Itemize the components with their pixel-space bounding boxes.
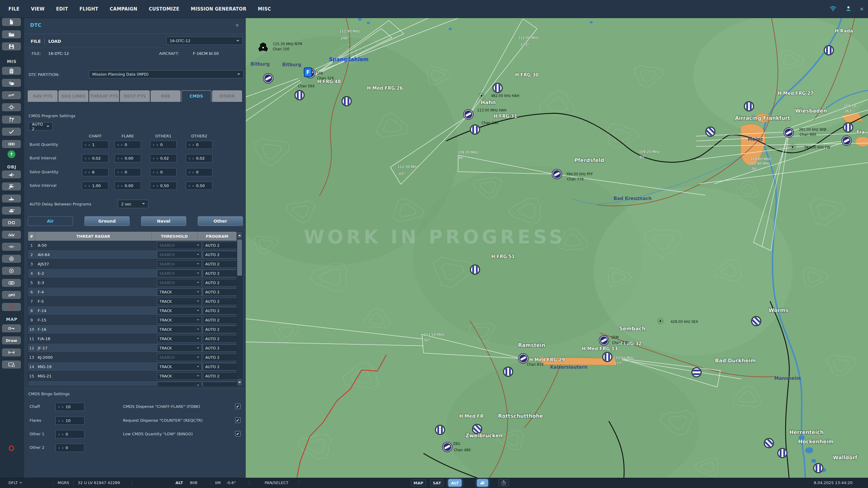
- program-dropdown[interactable]: AUTO 2: [203, 270, 241, 277]
- profile-dropdown[interactable]: DFLT: [8, 481, 22, 485]
- helicopter-unit-symbol[interactable]: [706, 127, 715, 137]
- program-dropdown[interactable]: AUTO 2: [203, 326, 241, 333]
- bridge-button[interactable]: [2, 231, 21, 238]
- menu-campaign[interactable]: CAMPAIGN: [110, 6, 137, 12]
- step-left-icon[interactable]: ‹: [117, 170, 119, 174]
- program-dropdown[interactable]: AUTO 2: [203, 298, 241, 305]
- weather-cloud-button[interactable]: [2, 79, 21, 87]
- step-right-icon[interactable]: ›: [62, 419, 63, 423]
- tab-dest-pts[interactable]: DEST PTS: [120, 90, 150, 102]
- tab-other[interactable]: OTHER: [212, 90, 242, 102]
- menu-edit[interactable]: EDIT: [56, 6, 68, 12]
- program-dropdown[interactable]: AUTO 2: [203, 251, 241, 258]
- menu-customize[interactable]: CUSTOMIZE: [149, 6, 179, 12]
- dtc-menu-file[interactable]: FILE: [31, 39, 41, 44]
- step-left-icon[interactable]: ‹: [85, 143, 86, 147]
- helicopter-unit-symbol[interactable]: [470, 265, 480, 274]
- table-row[interactable]: 1A-50SEARCHAUTO 2: [28, 241, 242, 250]
- cmds-program-selector[interactable]: AUTO 2: [29, 122, 53, 130]
- table-row[interactable]: 3AJS37SEARCHAUTO 2: [28, 259, 242, 269]
- step-left-icon[interactable]: ‹: [153, 170, 154, 174]
- step-left-icon[interactable]: ‹: [117, 143, 119, 147]
- threshold-dropdown[interactable]: SEARCH: [157, 354, 202, 361]
- step-right-icon[interactable]: ›: [192, 170, 194, 174]
- dtc-close-icon[interactable]: ✕: [234, 22, 241, 29]
- stepper-salvo-interval-3[interactable]: ‹›0.50: [186, 182, 213, 190]
- threshold-dropdown[interactable]: TRACK: [157, 372, 202, 380]
- table-row[interactable]: 2AH-64SEARCHAUTO 2: [28, 250, 242, 259]
- program-dropdown[interactable]: AUTO 2: [203, 354, 241, 361]
- threshold-dropdown[interactable]: SEARCH: [157, 279, 202, 287]
- triple-circle-button[interactable]: [2, 279, 21, 287]
- table-row[interactable]: [28, 381, 242, 386]
- helicopter-unit-symbol[interactable]: [493, 84, 502, 93]
- airfield-symbol[interactable]: [518, 354, 528, 363]
- threshold-dropdown[interactable]: TRACK: [157, 288, 202, 296]
- dtc-partition-dropdown[interactable]: Mission Planning Data (MPD): [89, 70, 244, 78]
- bingo-stepper-chaff[interactable]: ‹›10: [56, 403, 84, 411]
- step-left-icon[interactable]: ‹: [189, 184, 190, 188]
- up-arrow-button[interactable]: [2, 150, 21, 158]
- table-row[interactable]: 10F-16TRACKAUTO 2: [28, 325, 242, 334]
- tank-button[interactable]: [2, 207, 21, 215]
- step-left-icon[interactable]: ‹: [58, 432, 60, 436]
- table-row[interactable]: 6F-4TRACKAUTO 2: [28, 287, 242, 297]
- helicopter-unit-symbol[interactable]: [603, 352, 612, 362]
- node-line-button[interactable]: [2, 243, 21, 251]
- program-dropdown[interactable]: AUTO 2: [203, 241, 241, 249]
- stepper-burst-quantity-3[interactable]: ‹›0: [186, 141, 213, 149]
- auto-delay-dropdown[interactable]: 2 sec: [118, 200, 148, 208]
- stepper-burst-quantity-2[interactable]: ‹›0: [150, 141, 177, 149]
- step-right-icon[interactable]: ›: [156, 156, 158, 160]
- time-clock-button[interactable]: [498, 479, 509, 487]
- ruler-button[interactable]: [2, 349, 21, 356]
- table-row[interactable]: 9F-15TRACKAUTO 2: [28, 315, 242, 325]
- helicopter-unit-symbol[interactable]: [342, 97, 351, 106]
- table-row[interactable]: 15MiG-21TRACKAUTO 2: [28, 371, 242, 381]
- step-right-icon[interactable]: ›: [62, 446, 63, 450]
- close-window-icon[interactable]: ✕: [860, 6, 864, 12]
- step-right-icon[interactable]: ›: [88, 170, 90, 174]
- airfield-symbol[interactable]: [842, 136, 851, 145]
- program-dropdown[interactable]: AUTO 2: [203, 363, 241, 370]
- step-left-icon[interactable]: ‹: [117, 156, 119, 160]
- category-button-other[interactable]: Other: [198, 216, 243, 226]
- circle-x-button[interactable]: [2, 267, 21, 275]
- dtc-menu-load[interactable]: LOAD: [48, 39, 61, 44]
- scroll-up-icon[interactable]: [237, 232, 242, 238]
- step-left-icon[interactable]: ‹: [85, 156, 86, 160]
- stepper-burst-interval-1[interactable]: ‹›0.00: [115, 154, 141, 162]
- table-row[interactable]: 8F-14TRACKAUTO 2: [28, 306, 242, 315]
- threshold-dropdown[interactable]: TRACK: [157, 363, 202, 370]
- step-right-icon[interactable]: ›: [88, 143, 90, 147]
- helicopter-unit-symbol[interactable]: [295, 91, 304, 100]
- save-button[interactable]: [2, 42, 21, 50]
- helicopter-unit-symbol[interactable]: [470, 125, 480, 134]
- helicopter-unit-symbol[interactable]: [744, 102, 754, 111]
- step-right-icon[interactable]: ›: [192, 143, 194, 147]
- step-left-icon[interactable]: ‹: [153, 143, 154, 147]
- step-left-icon[interactable]: ‹: [153, 156, 154, 160]
- tab-nav-pts[interactable]: NAV PTS: [28, 90, 58, 102]
- airfield-symbol[interactable]: [264, 73, 273, 83]
- menu-misc[interactable]: MISC: [258, 6, 271, 12]
- menu-file[interactable]: FILE: [8, 6, 20, 12]
- step-right-icon[interactable]: ›: [156, 184, 158, 188]
- threshold-dropdown[interactable]: TRACK: [157, 316, 202, 324]
- step-left-icon[interactable]: ‹: [117, 184, 119, 188]
- menu-mission-generator[interactable]: MISSION GENERATOR: [191, 6, 247, 12]
- wifi-icon[interactable]: [829, 5, 837, 13]
- step-right-icon[interactable]: ›: [62, 405, 63, 409]
- threat-table-scrollbar[interactable]: [237, 232, 242, 386]
- tab-cmds[interactable]: CMDS: [181, 90, 211, 102]
- menu-view[interactable]: VIEW: [31, 6, 44, 12]
- threshold-dropdown[interactable]: SEARCH: [157, 241, 202, 249]
- helicopter-unit-symbol[interactable]: [692, 368, 701, 377]
- stepper-salvo-quantity-1[interactable]: ‹›0: [115, 168, 141, 176]
- key-button[interactable]: [2, 324, 21, 332]
- jet-button[interactable]: [2, 170, 21, 178]
- stepper-burst-interval-3[interactable]: ‹›0.02: [186, 154, 213, 162]
- table-row[interactable]: 14MiG-19TRACKAUTO 2: [28, 362, 242, 371]
- helicopter-unit-symbol[interactable]: [435, 425, 445, 435]
- threshold-dropdown[interactable]: SEARCH: [157, 251, 202, 258]
